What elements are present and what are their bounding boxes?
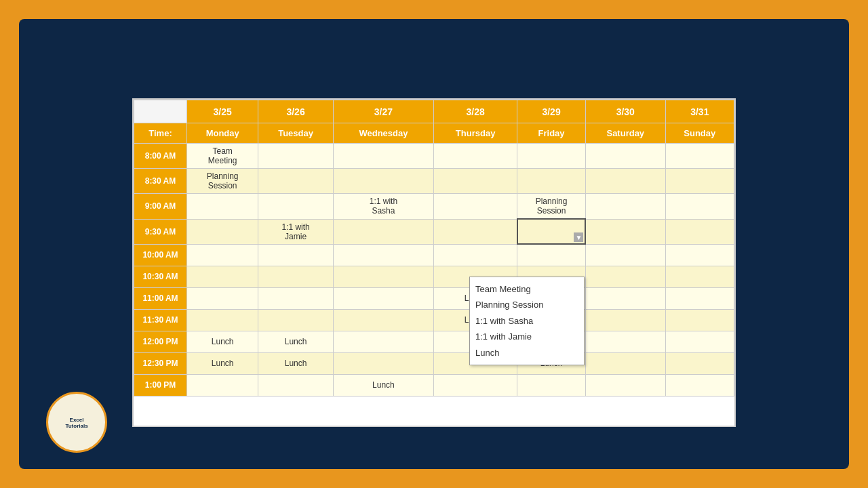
data-cell[interactable] bbox=[258, 169, 333, 194]
data-cell[interactable] bbox=[187, 374, 258, 396]
data-cell[interactable] bbox=[585, 266, 665, 287]
data-cell[interactable] bbox=[187, 194, 258, 220]
data-cell[interactable] bbox=[434, 374, 517, 396]
data-cell[interactable] bbox=[258, 287, 333, 309]
data-cell[interactable] bbox=[333, 266, 433, 287]
data-cell[interactable] bbox=[333, 331, 433, 352]
data-cell[interactable] bbox=[585, 244, 665, 266]
data-cell[interactable] bbox=[434, 194, 517, 220]
data-cell[interactable] bbox=[665, 219, 734, 244]
data-cell[interactable]: Lunch bbox=[258, 352, 333, 374]
time-cell: 10:30 AM bbox=[134, 266, 187, 287]
table-row: 10:30 AM bbox=[134, 266, 734, 287]
dropdown-arrow-icon[interactable]: ▼ bbox=[574, 232, 583, 242]
data-cell[interactable] bbox=[333, 219, 433, 244]
data-cell[interactable] bbox=[517, 169, 586, 194]
day-sat: Saturday bbox=[585, 123, 665, 144]
data-cell[interactable] bbox=[585, 144, 665, 169]
time-cell: 9:00 AM bbox=[134, 194, 187, 220]
data-cell[interactable]: Lunch bbox=[187, 352, 258, 374]
data-cell[interactable] bbox=[258, 309, 333, 331]
table-row: 10:00 AM bbox=[134, 244, 734, 266]
data-cell[interactable] bbox=[665, 352, 734, 374]
data-cell[interactable] bbox=[585, 194, 665, 220]
logo: ExcelTutorials bbox=[46, 392, 107, 453]
day-sun: Sunday bbox=[665, 123, 734, 144]
data-cell[interactable] bbox=[585, 352, 665, 374]
table-row: 8:30 AMPlanningSession bbox=[134, 169, 734, 194]
data-cell[interactable] bbox=[665, 169, 734, 194]
dropdown-item-2[interactable]: Planning Session bbox=[475, 297, 578, 312]
date-wed: 3/27 bbox=[333, 100, 433, 123]
date-sun: 3/31 bbox=[665, 100, 734, 123]
data-cell[interactable] bbox=[665, 374, 734, 396]
data-cell[interactable]: PlanningSession bbox=[517, 194, 586, 220]
data-cell[interactable]: 1:1 withSasha bbox=[333, 194, 433, 220]
data-cell[interactable] bbox=[258, 194, 333, 220]
data-cell[interactable] bbox=[258, 266, 333, 287]
data-cell[interactable] bbox=[187, 266, 258, 287]
date-sat: 3/30 bbox=[585, 100, 665, 123]
data-cell[interactable] bbox=[258, 374, 333, 396]
time-cell: 8:00 AM bbox=[134, 144, 187, 169]
data-cell[interactable] bbox=[187, 309, 258, 331]
table-row: 11:30 AMLunch bbox=[134, 309, 734, 331]
data-cell[interactable] bbox=[187, 287, 258, 309]
dropdown-item-5[interactable]: Lunch bbox=[475, 345, 578, 361]
date-thu: 3/28 bbox=[434, 100, 517, 123]
data-cell[interactable] bbox=[187, 219, 258, 244]
data-cell[interactable] bbox=[585, 331, 665, 352]
data-cell[interactable] bbox=[333, 287, 433, 309]
table-row: 9:00 AM1:1 withSashaPlanningSession bbox=[134, 194, 734, 220]
table-row: 11:00 AMLunch bbox=[134, 287, 734, 309]
data-cell[interactable] bbox=[258, 144, 333, 169]
data-cell[interactable] bbox=[187, 244, 258, 266]
data-cell[interactable] bbox=[665, 309, 734, 331]
data-cell[interactable]: ▼ bbox=[517, 219, 586, 244]
day-row: Time: Monday Tuesday Wednesday Thursday … bbox=[134, 123, 734, 144]
calendar-container: 3/25 3/26 3/27 3/28 3/29 3/30 3/31 Time:… bbox=[132, 98, 736, 427]
dropdown-item-1[interactable]: Team Meeting bbox=[475, 281, 578, 297]
data-cell[interactable] bbox=[585, 169, 665, 194]
data-cell[interactable] bbox=[585, 219, 665, 244]
data-cell[interactable] bbox=[585, 309, 665, 331]
data-cell[interactable] bbox=[333, 352, 433, 374]
data-cell[interactable] bbox=[258, 244, 333, 266]
data-cell[interactable] bbox=[333, 144, 433, 169]
data-cell[interactable] bbox=[434, 169, 517, 194]
data-cell[interactable] bbox=[665, 194, 734, 220]
time-cell: 12:00 PM bbox=[134, 331, 187, 352]
dropdown-item-4[interactable]: 1:1 with Jamie bbox=[475, 329, 578, 344]
data-cell[interactable] bbox=[434, 144, 517, 169]
data-cell[interactable]: PlanningSession bbox=[187, 169, 258, 194]
data-cell[interactable]: Lunch bbox=[258, 331, 333, 352]
data-cell[interactable] bbox=[665, 244, 734, 266]
data-cell[interactable]: TeamMeeting bbox=[187, 144, 258, 169]
data-cell[interactable] bbox=[585, 374, 665, 396]
day-mon: Monday bbox=[187, 123, 258, 144]
data-cell[interactable] bbox=[517, 144, 586, 169]
data-cell[interactable] bbox=[585, 287, 665, 309]
data-cell[interactable] bbox=[333, 244, 433, 266]
data-cell[interactable] bbox=[517, 374, 586, 396]
data-cell[interactable] bbox=[517, 244, 586, 266]
time-header: Time: bbox=[134, 123, 187, 144]
data-cell[interactable]: Lunch bbox=[333, 374, 433, 396]
data-cell[interactable] bbox=[665, 266, 734, 287]
dropdown-item-3[interactable]: 1:1 with Sasha bbox=[475, 313, 578, 329]
table-row: 1:00 PMLunch bbox=[134, 374, 734, 396]
data-cell[interactable]: Lunch bbox=[187, 331, 258, 352]
data-cell[interactable] bbox=[333, 169, 433, 194]
data-cell[interactable] bbox=[434, 219, 517, 244]
dropdown-popup: Team Meeting Planning Session 1:1 with S… bbox=[469, 277, 585, 365]
data-cell[interactable] bbox=[665, 144, 734, 169]
day-thu: Thursday bbox=[434, 123, 517, 144]
data-cell[interactable] bbox=[665, 331, 734, 352]
data-cell[interactable] bbox=[665, 287, 734, 309]
date-tue: 3/26 bbox=[258, 100, 333, 123]
data-cell[interactable]: 1:1 withJamie bbox=[258, 219, 333, 244]
data-cell[interactable] bbox=[434, 244, 517, 266]
data-cell[interactable] bbox=[333, 309, 433, 331]
date-header-empty bbox=[134, 100, 187, 123]
time-cell: 1:00 PM bbox=[134, 374, 187, 396]
